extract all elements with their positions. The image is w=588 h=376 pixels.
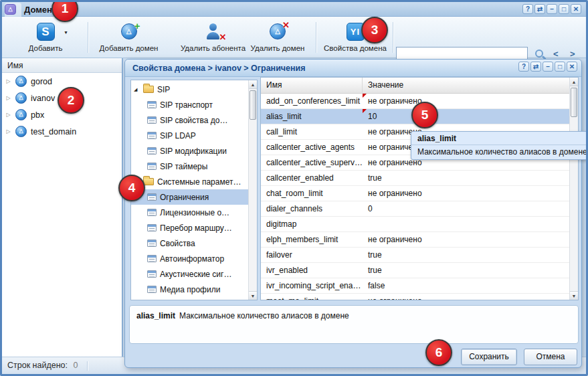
settings-page-icon bbox=[147, 163, 157, 170]
refresh-icon[interactable]: ⇄ bbox=[530, 62, 541, 72]
expand-arrow-icon[interactable]: ▷ bbox=[5, 112, 11, 118]
annotation-badge-3: 3 bbox=[361, 17, 388, 43]
tree-item-acoustic-signals[interactable]: Акустические сиг… bbox=[131, 266, 248, 282]
table-header: Имя Значение bbox=[261, 78, 578, 94]
settings-page-icon bbox=[147, 224, 157, 231]
prev-page-icon[interactable]: < bbox=[553, 49, 559, 59]
expand-arrow-icon[interactable]: ▷ bbox=[5, 95, 11, 101]
table-row[interactable]: digitmap bbox=[261, 217, 569, 232]
next-page-icon[interactable]: > bbox=[570, 49, 575, 59]
annotation-badge-6: 6 bbox=[425, 339, 452, 366]
tree-scrollbar[interactable]: ▲ ▼ bbox=[248, 80, 257, 300]
table-row[interactable]: ivr_incoming_script_ena… false bbox=[261, 278, 569, 294]
expand-arrow-icon[interactable]: ▷ bbox=[5, 78, 11, 84]
cancel-button[interactable]: Отмена bbox=[524, 349, 577, 365]
tree-item-autoinformer[interactable]: Автоинформатор bbox=[131, 251, 248, 266]
table-row[interactable]: dialer_channels 0 bbox=[261, 201, 569, 217]
tree-item-sip-modifications[interactable]: SIP модификации bbox=[131, 143, 248, 159]
scroll-up-icon[interactable]: ▲ bbox=[249, 80, 257, 89]
scroll-down-icon[interactable]: ▼ bbox=[570, 291, 578, 300]
domains-app-window: △ Домены ? ⇄ – □ ✕ S ▾ Добавить △+ Добав… bbox=[0, 0, 588, 376]
refresh-icon[interactable]: ⇄ bbox=[534, 4, 545, 14]
plus-badge-icon: + bbox=[134, 21, 140, 31]
annotation-badge-5: 5 bbox=[411, 102, 438, 128]
tree-group-sip[interactable]: ◢ SIP bbox=[131, 82, 248, 97]
maximize-icon[interactable]: □ bbox=[555, 62, 565, 72]
table-row[interactable]: failover true bbox=[261, 248, 569, 263]
settings-page-icon bbox=[147, 240, 157, 247]
table-row[interactable]: callcenter_enabled true bbox=[261, 171, 569, 186]
toolbar-separator bbox=[393, 22, 393, 53]
settings-page-icon bbox=[147, 147, 157, 155]
main-window-controls: ? ⇄ – □ ✕ bbox=[522, 4, 581, 14]
help-icon[interactable]: ? bbox=[522, 4, 533, 14]
parameter-name: alias_limit bbox=[136, 311, 175, 320]
red-cross-badge-icon: ✕ bbox=[282, 21, 290, 29]
tree-item-route-retry[interactable]: Перебор маршру… bbox=[131, 220, 248, 236]
collapse-arrow-icon[interactable]: ◢ bbox=[134, 87, 140, 92]
domain-icon: △ bbox=[15, 92, 27, 104]
close-icon[interactable]: ✕ bbox=[567, 62, 577, 72]
settings-page-icon bbox=[147, 270, 157, 278]
settings-page-icon bbox=[147, 132, 157, 139]
tree-item-license[interactable]: Лицензионные о… bbox=[131, 205, 248, 220]
save-button[interactable]: Сохранить bbox=[461, 349, 517, 365]
tree-item-sip-timers[interactable]: SIP таймеры bbox=[131, 159, 248, 174]
tree-item-media-profiles[interactable]: Медиа профили bbox=[131, 282, 248, 297]
maximize-icon[interactable]: □ bbox=[559, 4, 569, 14]
tree-item-restrictions[interactable]: Ограничения bbox=[131, 189, 248, 205]
settings-page-icon bbox=[147, 101, 157, 108]
modified-cell: не ограничено bbox=[363, 94, 569, 108]
scrollbar-thumb[interactable] bbox=[571, 88, 577, 117]
domain-icon: △ bbox=[15, 126, 27, 137]
tree-item-sip-ldap[interactable]: SIP LDAP bbox=[131, 128, 248, 143]
settings-page-icon bbox=[147, 255, 157, 262]
annotation-badge-4: 4 bbox=[118, 175, 145, 201]
tree-item-sip-transport[interactable]: SIP транспорт bbox=[131, 97, 248, 112]
rows-found-value: 0 bbox=[74, 361, 78, 370]
table-scrollbar[interactable]: ▲ ▼ bbox=[569, 78, 578, 300]
settings-page-icon bbox=[147, 209, 157, 216]
folder-icon bbox=[143, 86, 154, 93]
tree-item-call-timers[interactable]: Таймеры вызыва… bbox=[131, 297, 248, 300]
column-header-value[interactable]: Значение bbox=[363, 78, 578, 93]
table-row[interactable]: ivr_enabled true bbox=[261, 263, 569, 278]
expand-arrow-icon[interactable]: ▷ bbox=[5, 128, 11, 134]
scrollbar-thumb[interactable] bbox=[250, 90, 256, 120]
scroll-down-icon[interactable]: ▼ bbox=[249, 291, 257, 300]
chevron-down-icon[interactable]: ▾ bbox=[65, 29, 68, 35]
help-icon[interactable]: ? bbox=[518, 62, 529, 72]
rows-found-label: Строк найдено: bbox=[7, 361, 68, 370]
tree-item-sip-properties[interactable]: SIP свойства до… bbox=[131, 112, 248, 128]
scroll-up-icon[interactable]: ▲ bbox=[570, 78, 578, 86]
tree-group-system-params[interactable]: ◢ Системные парамет… bbox=[131, 174, 248, 189]
search-icon[interactable] bbox=[535, 50, 543, 58]
add-domain-button[interactable]: △+ Добавить домен bbox=[90, 20, 167, 55]
name-column-header[interactable]: Имя bbox=[2, 58, 122, 73]
minimize-icon[interactable]: – bbox=[547, 4, 557, 14]
table-row[interactable]: meet_me_limit не ограничено bbox=[261, 294, 569, 300]
domain-delete-icon: △✕ bbox=[270, 23, 286, 39]
alias-limit-tooltip: alias_limit Максимальное количество алиа… bbox=[411, 131, 588, 160]
domain-icon: △ bbox=[15, 109, 27, 120]
delete-domain-button[interactable]: △✕ Удалить домен bbox=[241, 20, 314, 55]
settings-page-icon bbox=[147, 193, 157, 201]
parameter-description-panel: alias_limitМаксимальное количество алиас… bbox=[129, 305, 579, 344]
minimize-icon[interactable]: – bbox=[543, 62, 553, 72]
table-row[interactable]: chat_room_limit не ограничено bbox=[261, 186, 569, 201]
domain-properties-dialog: Свойства домена > ivanov > Ограничения ?… bbox=[124, 59, 582, 368]
status-divider bbox=[87, 361, 88, 371]
tree-item-gorod[interactable]: ▷ △ gorod bbox=[2, 73, 122, 90]
column-header-name[interactable]: Имя bbox=[261, 78, 363, 93]
settings-tree: ◢ SIP SIP транспорт SIP свойства до… SIP… bbox=[131, 82, 248, 300]
dialog-titlebar[interactable]: Свойства домена > ivanov > Ограничения ?… bbox=[125, 60, 581, 77]
settings-page-icon bbox=[147, 286, 157, 293]
domain-icon: △ bbox=[15, 76, 27, 87]
toolbar-separator bbox=[88, 22, 88, 53]
close-icon[interactable]: ✕ bbox=[571, 4, 581, 14]
subscriber-delete-icon: ✕ bbox=[205, 23, 222, 40]
table-row[interactable]: elph_members_limit не ограничено bbox=[261, 232, 569, 248]
tree-item-test-domain[interactable]: ▷ △ test_domain bbox=[2, 123, 122, 140]
tree-item-properties[interactable]: Свойства bbox=[131, 236, 248, 251]
add-button[interactable]: S ▾ Добавить bbox=[9, 20, 82, 55]
